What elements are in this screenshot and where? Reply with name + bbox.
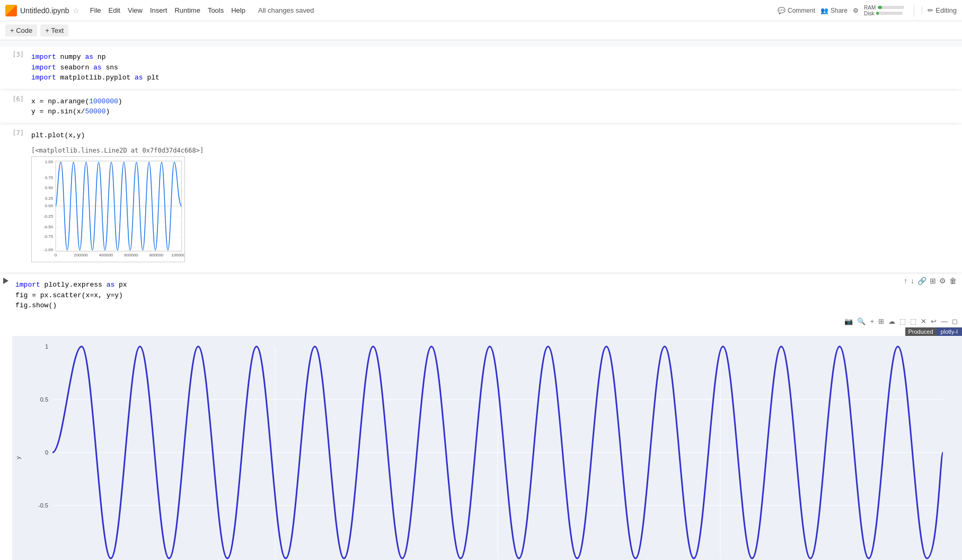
cell-7: [7] plt.plot(x,y) [<matplotlib.lines.Lin…	[0, 125, 962, 272]
code-area-6[interactable]: x = np.arange(1000000) y = np.sin(x/5000…	[28, 94, 962, 119]
comment-label: Comment	[788, 7, 815, 14]
plot-output-text: [<matplotlib.lines.Line2D at 0x7f0d37d4c…	[31, 147, 959, 154]
svg-text:1.00: 1.00	[45, 159, 54, 164]
settings-cell-icon[interactable]: ⚙	[939, 277, 946, 285]
svg-text:-0.75: -0.75	[43, 234, 54, 239]
comment-button[interactable]: 💬 Comment	[778, 7, 815, 14]
disk-label: Disk	[864, 11, 874, 16]
divider-1	[5, 90, 957, 90]
grid-icon[interactable]: ⊞	[878, 317, 884, 325]
menu-tools[interactable]: Tools	[208, 6, 224, 14]
produced-label: Produced	[905, 327, 937, 336]
svg-text:0.5: 0.5	[40, 396, 48, 403]
top-right: 💬 Comment 👥 Share ⚙ RAM Disk	[778, 4, 957, 17]
cell-content-3[interactable]: import numpy as np import seaborn as sns…	[28, 49, 962, 86]
ram-disk-indicator: RAM Disk	[864, 5, 904, 16]
menu-runtime[interactable]: Runtime	[174, 6, 200, 14]
menu-bar: File Edit View Insert Runtime Tools Help…	[90, 6, 778, 14]
svg-marker-25	[3, 278, 8, 284]
plotly-svg: 0 0.5 1 -0.5	[12, 336, 962, 561]
svg-text:0.75: 0.75	[45, 175, 54, 180]
box-select-icon[interactable]: ⬚	[899, 317, 906, 325]
plotly-badge: plotly-I	[937, 327, 962, 336]
menu-help[interactable]: Help	[231, 6, 245, 14]
menu-edit[interactable]: Edit	[109, 6, 120, 14]
menu-file[interactable]: File	[90, 6, 101, 14]
move-up-icon[interactable]: ↑	[904, 277, 907, 285]
share-label: Share	[831, 7, 848, 14]
settings-button[interactable]: ⚙	[853, 7, 859, 14]
camera-icon[interactable]: 📷	[844, 317, 853, 325]
close-plotly-icon[interactable]: ✕	[921, 317, 926, 325]
svg-text:600000: 600000	[124, 253, 138, 257]
link-icon[interactable]: 🔗	[917, 277, 926, 285]
run-indicator[interactable]	[2, 277, 12, 285]
ram-label: RAM	[864, 5, 876, 11]
zoom-icon[interactable]: 🔍	[857, 317, 866, 325]
plus-icon[interactable]: +	[870, 317, 874, 325]
svg-text:0: 0	[55, 253, 57, 257]
cell-toolbar: ↑ ↓ 🔗 ⊞ ⚙ 🗑	[904, 274, 957, 287]
divider	[914, 4, 914, 17]
svg-text:-0.5: -0.5	[38, 502, 48, 509]
y-axis-label: y	[15, 456, 21, 459]
svg-text:400000: 400000	[99, 253, 113, 257]
share-button[interactable]: 👥 Share	[820, 7, 848, 14]
lasso-icon[interactable]: ☁	[888, 317, 895, 325]
comment-icon: 💬	[778, 7, 786, 14]
minus-icon[interactable]: —	[941, 317, 948, 325]
cell-content-plotly[interactable]: import plotly.express as px fig = px.sca…	[12, 277, 962, 560]
matplotlib-chart: 1.00 0.75 0.50 0.25 0.00 -0.25 -0.50 -0.…	[31, 156, 959, 264]
code-area-7[interactable]: plt.plot(x,y)	[28, 128, 962, 143]
matplotlib-svg: 1.00 0.75 0.50 0.25 0.00 -0.25 -0.50 -0.…	[31, 156, 185, 262]
star-icon[interactable]: ☆	[73, 6, 80, 15]
svg-text:1: 1	[45, 343, 48, 350]
reset-icon[interactable]: ↩	[931, 317, 937, 325]
cell-number-3: [3]	[2, 49, 28, 58]
cell-content-7[interactable]: plt.plot(x,y) [<matplotlib.lines.Line2D …	[28, 127, 962, 270]
svg-text:-0.50: -0.50	[43, 225, 54, 229]
delete-cell-icon[interactable]: 🗑	[949, 277, 957, 285]
disk-progress-fill	[876, 12, 879, 15]
menu-insert[interactable]: Insert	[150, 6, 167, 14]
editing-status: ✏ Editing	[922, 6, 957, 14]
svg-text:-1.00: -1.00	[43, 247, 54, 252]
divider-3	[5, 273, 957, 273]
svg-text:0: 0	[45, 449, 48, 456]
output-area-7: [<matplotlib.lines.Line2D at 0x7f0d37d4c…	[28, 145, 962, 269]
saved-status: All changes saved	[258, 6, 314, 14]
pan-icon[interactable]: ⬚	[910, 317, 916, 325]
move-down-icon[interactable]: ↓	[911, 277, 914, 285]
svg-text:0.25: 0.25	[45, 196, 54, 201]
colab-icon	[5, 5, 17, 16]
divider-2	[5, 123, 957, 124]
svg-text:0.00: 0.00	[45, 203, 54, 208]
cell-3: [3] import numpy as np import seaborn as…	[0, 47, 962, 88]
svg-text:200000: 200000	[74, 253, 88, 257]
svg-text:800000: 800000	[149, 253, 164, 257]
toolbar: + Code + Text	[0, 21, 962, 40]
share-icon: 👥	[820, 7, 828, 14]
ram-progress	[878, 6, 904, 9]
expand-icon[interactable]: ⊞	[930, 277, 936, 285]
gear-icon: ⚙	[853, 7, 859, 14]
cell-number-7: [7]	[2, 127, 28, 137]
produced-row: Produced plotly-I	[12, 327, 962, 336]
notebook: [3] import numpy as np import seaborn as…	[0, 40, 962, 560]
plotly-output: 📷 🔍 + ⊞ ☁ ⬚ ⬚ ✕ ↩ — ◻ Produced plotl	[12, 315, 962, 561]
cell-plotly: import plotly.express as px fig = px.sca…	[0, 274, 962, 560]
code-area-3[interactable]: import numpy as np import seaborn as sns…	[28, 50, 962, 85]
cell-content-6[interactable]: x = np.arange(1000000) y = np.sin(x/5000…	[28, 93, 962, 120]
menu-view[interactable]: View	[128, 6, 143, 14]
code-area-plotly[interactable]: import plotly.express as px fig = px.sca…	[12, 278, 962, 313]
pencil-icon: ✏	[928, 6, 933, 14]
svg-text:1000000: 1000000	[171, 253, 185, 257]
plotly-chart[interactable]: y 0	[12, 336, 962, 561]
notebook-title[interactable]: Untitled0.ipynb	[20, 6, 69, 15]
svg-text:-0.25: -0.25	[43, 214, 54, 219]
disk-progress	[876, 12, 903, 15]
add-code-button[interactable]: + Code	[5, 24, 37, 37]
add-text-button[interactable]: + Text	[40, 24, 68, 37]
rect-icon[interactable]: ◻	[952, 317, 958, 325]
cell-number-6: [6]	[2, 93, 28, 103]
